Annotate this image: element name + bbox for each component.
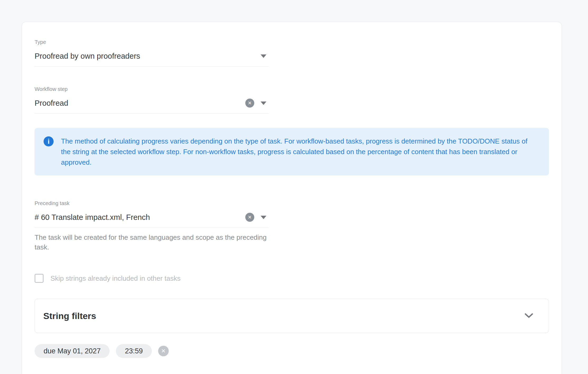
workflow-step-clear-button[interactable]: ✕ <box>245 99 254 108</box>
due-date-chip[interactable]: due May 01, 2027 <box>35 344 110 358</box>
dropdown-arrow-icon[interactable] <box>261 101 266 105</box>
preceding-task-helper-text: The task will be created for the same la… <box>35 233 269 252</box>
preceding-task-clear-button[interactable]: ✕ <box>245 213 254 222</box>
progress-info-note: i The method of calculating progress var… <box>35 128 549 176</box>
progress-info-text: The method of calculating progress varie… <box>61 136 538 168</box>
preceding-task-select[interactable]: # 60 Translate impact.xml, French ✕ <box>35 212 269 228</box>
preceding-task-field: Preceding task # 60 Translate impact.xml… <box>35 200 269 228</box>
clear-icon: ✕ <box>248 214 252 220</box>
workflow-step-field: Workflow step Proofread ✕ <box>35 86 269 114</box>
dropdown-arrow-icon[interactable] <box>261 216 266 219</box>
string-filters-section-header[interactable]: String filters <box>35 299 549 333</box>
workflow-step-select-value: Proofread <box>35 98 245 108</box>
due-time-chip[interactable]: 23:59 <box>116 344 152 358</box>
due-date-chips-row: due May 01, 2027 23:59 ✕ <box>35 344 549 358</box>
preceding-task-select-value: # 60 Translate impact.xml, French <box>35 212 245 222</box>
clear-icon: ✕ <box>248 100 252 106</box>
chevron-down-icon[interactable] <box>524 313 533 319</box>
type-select[interactable]: Proofread by own proofreaders <box>35 51 269 67</box>
type-field: Type Proofread by own proofreaders <box>35 39 269 67</box>
remove-due-date-button[interactable]: ✕ <box>158 346 169 356</box>
task-form-card: Type Proofread by own proofreaders Workf… <box>22 22 562 374</box>
dropdown-arrow-icon[interactable] <box>261 54 266 58</box>
info-icon: i <box>44 136 54 146</box>
string-filters-title: String filters <box>43 311 524 321</box>
workflow-step-field-label: Workflow step <box>35 86 269 92</box>
skip-strings-checkbox-row[interactable]: Skip strings already included in other t… <box>35 274 549 283</box>
remove-icon: ✕ <box>161 348 166 354</box>
type-field-label: Type <box>35 39 269 45</box>
preceding-task-field-label: Preceding task <box>35 200 269 206</box>
workflow-step-select[interactable]: Proofread ✕ <box>35 98 269 114</box>
type-select-value: Proofread by own proofreaders <box>35 51 261 61</box>
skip-strings-checkbox[interactable] <box>35 274 44 283</box>
skip-strings-checkbox-label: Skip strings already included in other t… <box>50 274 181 283</box>
